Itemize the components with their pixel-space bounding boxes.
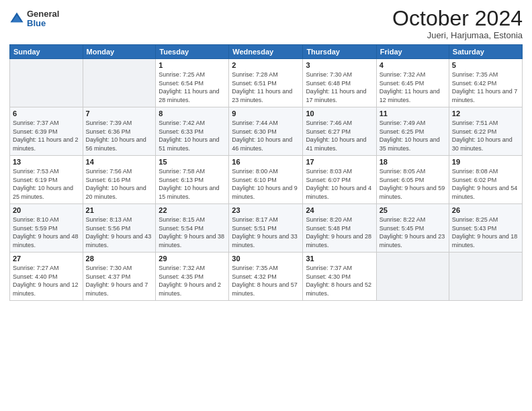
- day-number: 27: [13, 255, 80, 263]
- day-cell: 27Sunrise: 7:27 AMSunset: 4:40 PMDayligh…: [10, 253, 83, 301]
- day-info: Sunrise: 8:13 AMSunset: 5:56 PMDaylight:…: [86, 216, 153, 249]
- day-cell: 20Sunrise: 8:10 AMSunset: 5:59 PMDayligh…: [10, 204, 83, 253]
- day-number: 23: [232, 206, 300, 214]
- day-cell: 11Sunrise: 7:49 AMSunset: 6:25 PMDayligh…: [376, 107, 449, 156]
- logo: General Blue: [9, 9, 59, 29]
- day-cell: 17Sunrise: 8:03 AMSunset: 6:07 PMDayligh…: [303, 156, 376, 204]
- day-info: Sunrise: 7:32 AMSunset: 6:45 PMDaylight:…: [380, 71, 446, 104]
- day-cell: 7Sunrise: 7:39 AMSunset: 6:36 PMDaylight…: [83, 107, 156, 156]
- day-number: 14: [86, 158, 153, 166]
- day-number: 2: [232, 61, 300, 69]
- header-friday: Friday: [376, 45, 449, 59]
- day-cell: 14Sunrise: 7:56 AMSunset: 6:16 PMDayligh…: [83, 156, 156, 204]
- day-info: Sunrise: 7:44 AMSunset: 6:30 PMDaylight:…: [232, 119, 300, 152]
- day-info: Sunrise: 7:35 AMSunset: 6:42 PMDaylight:…: [452, 71, 519, 104]
- day-info: Sunrise: 8:00 AMSunset: 6:10 PMDaylight:…: [232, 167, 300, 201]
- day-cell: 16Sunrise: 8:00 AMSunset: 6:10 PMDayligh…: [229, 156, 303, 204]
- day-info: Sunrise: 7:49 AMSunset: 6:25 PMDaylight:…: [380, 119, 446, 152]
- day-cell: [376, 253, 449, 301]
- day-info: Sunrise: 8:10 AMSunset: 5:59 PMDaylight:…: [13, 216, 80, 249]
- day-cell: 13Sunrise: 7:53 AMSunset: 6:19 PMDayligh…: [10, 156, 83, 204]
- day-info: Sunrise: 7:46 AMSunset: 6:27 PMDaylight:…: [306, 119, 373, 152]
- day-number: 7: [86, 109, 153, 118]
- day-cell: 2Sunrise: 7:28 AMSunset: 6:51 PMDaylight…: [229, 59, 303, 107]
- day-number: 4: [380, 61, 446, 69]
- day-number: 9: [232, 109, 300, 118]
- day-number: 26: [452, 206, 519, 214]
- week-row-4: 27Sunrise: 7:27 AMSunset: 4:40 PMDayligh…: [10, 253, 523, 301]
- day-cell: 12Sunrise: 7:51 AMSunset: 6:22 PMDayligh…: [449, 107, 522, 156]
- day-info: Sunrise: 8:17 AMSunset: 5:51 PMDaylight:…: [232, 216, 300, 249]
- day-info: Sunrise: 8:03 AMSunset: 6:07 PMDaylight:…: [306, 167, 373, 201]
- week-row-0: 1Sunrise: 7:25 AMSunset: 6:54 PMDaylight…: [10, 59, 523, 107]
- day-cell: 25Sunrise: 8:22 AMSunset: 5:45 PMDayligh…: [376, 204, 449, 253]
- header: General Blue October 2024 Jueri, Harjuma…: [9, 7, 523, 40]
- logo-icon: [9, 11, 24, 26]
- day-cell: 31Sunrise: 7:37 AMSunset: 4:30 PMDayligh…: [303, 253, 376, 301]
- day-cell: 30Sunrise: 7:35 AMSunset: 4:32 PMDayligh…: [229, 253, 303, 301]
- day-cell: 28Sunrise: 7:30 AMSunset: 4:37 PMDayligh…: [83, 253, 156, 301]
- day-info: Sunrise: 7:42 AMSunset: 6:33 PMDaylight:…: [159, 119, 226, 152]
- day-cell: 24Sunrise: 8:20 AMSunset: 5:48 PMDayligh…: [303, 204, 376, 253]
- calendar-table: Sunday Monday Tuesday Wednesday Thursday…: [9, 44, 523, 301]
- day-info: Sunrise: 7:25 AMSunset: 6:54 PMDaylight:…: [159, 71, 226, 104]
- day-number: 28: [86, 255, 153, 263]
- day-number: 19: [452, 158, 519, 166]
- day-number: 25: [380, 206, 446, 214]
- day-info: Sunrise: 8:22 AMSunset: 5:45 PMDaylight:…: [380, 216, 446, 249]
- day-info: Sunrise: 7:37 AMSunset: 6:39 PMDaylight:…: [13, 119, 80, 152]
- week-row-1: 6Sunrise: 7:37 AMSunset: 6:39 PMDaylight…: [10, 107, 523, 156]
- day-info: Sunrise: 8:08 AMSunset: 6:02 PMDaylight:…: [452, 167, 519, 201]
- day-cell: 23Sunrise: 8:17 AMSunset: 5:51 PMDayligh…: [229, 204, 303, 253]
- location: Jueri, Harjumaa, Estonia: [392, 30, 523, 40]
- day-cell: 8Sunrise: 7:42 AMSunset: 6:33 PMDaylight…: [156, 107, 229, 156]
- day-number: 17: [306, 158, 373, 166]
- title-section: October 2024 Jueri, Harjumaa, Estonia: [392, 7, 523, 40]
- day-info: Sunrise: 7:28 AMSunset: 6:51 PMDaylight:…: [232, 71, 300, 104]
- logo-text: General Blue: [27, 9, 59, 29]
- logo-general: General: [27, 9, 59, 19]
- day-cell: 3Sunrise: 7:30 AMSunset: 6:48 PMDaylight…: [303, 59, 376, 107]
- day-info: Sunrise: 7:27 AMSunset: 4:40 PMDaylight:…: [13, 264, 80, 298]
- day-number: 15: [159, 158, 226, 166]
- week-row-3: 20Sunrise: 8:10 AMSunset: 5:59 PMDayligh…: [10, 204, 523, 253]
- day-cell: 6Sunrise: 7:37 AMSunset: 6:39 PMDaylight…: [10, 107, 83, 156]
- day-cell: 5Sunrise: 7:35 AMSunset: 6:42 PMDaylight…: [449, 59, 522, 107]
- day-cell: 4Sunrise: 7:32 AMSunset: 6:45 PMDaylight…: [376, 59, 449, 107]
- day-number: 5: [452, 61, 519, 69]
- day-info: Sunrise: 7:58 AMSunset: 6:13 PMDaylight:…: [159, 167, 226, 201]
- header-sunday: Sunday: [10, 45, 83, 59]
- day-info: Sunrise: 7:53 AMSunset: 6:19 PMDaylight:…: [13, 167, 80, 201]
- day-cell: [83, 59, 156, 107]
- week-row-2: 13Sunrise: 7:53 AMSunset: 6:19 PMDayligh…: [10, 156, 523, 204]
- day-number: 31: [306, 255, 373, 263]
- day-info: Sunrise: 7:51 AMSunset: 6:22 PMDaylight:…: [452, 119, 519, 152]
- day-cell: 15Sunrise: 7:58 AMSunset: 6:13 PMDayligh…: [156, 156, 229, 204]
- day-info: Sunrise: 7:35 AMSunset: 4:32 PMDaylight:…: [232, 264, 300, 298]
- day-number: 6: [13, 109, 80, 118]
- day-cell: 26Sunrise: 8:25 AMSunset: 5:43 PMDayligh…: [449, 204, 522, 253]
- calendar-page: General Blue October 2024 Jueri, Harjuma…: [0, 0, 532, 411]
- day-number: 30: [232, 255, 300, 263]
- weekday-header-row: Sunday Monday Tuesday Wednesday Thursday…: [10, 45, 523, 59]
- day-info: Sunrise: 8:25 AMSunset: 5:43 PMDaylight:…: [452, 216, 519, 249]
- day-cell: 9Sunrise: 7:44 AMSunset: 6:30 PMDaylight…: [229, 107, 303, 156]
- day-cell: 19Sunrise: 8:08 AMSunset: 6:02 PMDayligh…: [449, 156, 522, 204]
- day-info: Sunrise: 7:30 AMSunset: 6:48 PMDaylight:…: [306, 71, 373, 104]
- day-cell: 10Sunrise: 7:46 AMSunset: 6:27 PMDayligh…: [303, 107, 376, 156]
- day-cell: [10, 59, 83, 107]
- day-number: 12: [452, 109, 519, 118]
- day-cell: 18Sunrise: 8:05 AMSunset: 6:05 PMDayligh…: [376, 156, 449, 204]
- header-thursday: Thursday: [303, 45, 376, 59]
- day-number: 3: [306, 61, 373, 69]
- day-cell: 1Sunrise: 7:25 AMSunset: 6:54 PMDaylight…: [156, 59, 229, 107]
- header-tuesday: Tuesday: [156, 45, 229, 59]
- day-cell: [449, 253, 522, 301]
- day-info: Sunrise: 7:37 AMSunset: 4:30 PMDaylight:…: [306, 264, 373, 298]
- day-number: 10: [306, 109, 373, 118]
- month-title: October 2024: [392, 7, 523, 30]
- header-saturday: Saturday: [449, 45, 522, 59]
- day-cell: 29Sunrise: 7:32 AMSunset: 4:35 PMDayligh…: [156, 253, 229, 301]
- day-number: 22: [159, 206, 226, 214]
- day-number: 18: [380, 158, 446, 166]
